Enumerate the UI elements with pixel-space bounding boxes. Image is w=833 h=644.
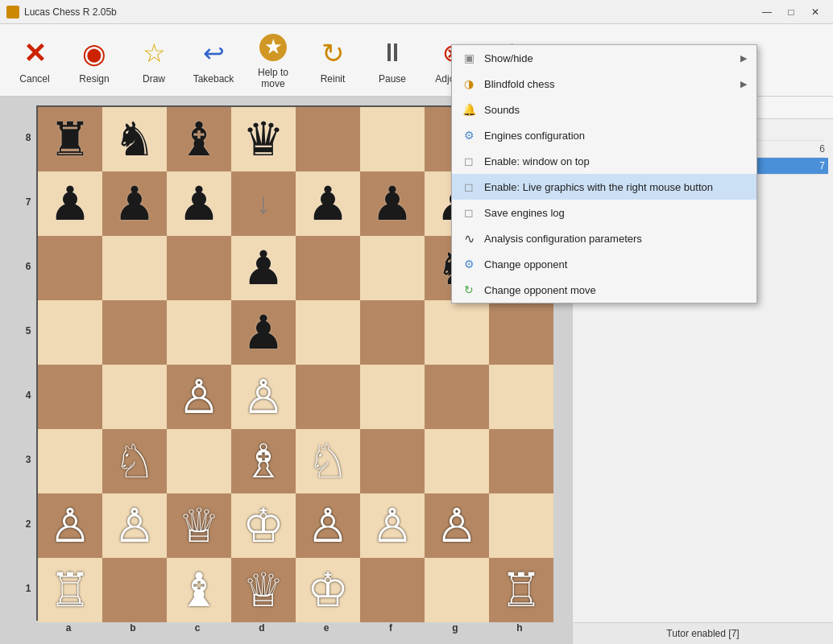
cancel-button[interactable]: ✕ Cancel	[6, 28, 63, 93]
piece-d3: ♗	[242, 438, 284, 485]
analysis-label: Analysis configuration parameters	[484, 233, 747, 245]
square-d2[interactable]: ♔	[231, 493, 296, 558]
square-f2[interactable]: ♙	[360, 493, 425, 558]
square-e2[interactable]: ♙	[296, 493, 360, 558]
square-g2[interactable]: ♙	[425, 493, 489, 558]
menu-analysis[interactable]: ∿ Analysis configuration parameters	[452, 225, 756, 251]
pause-button[interactable]: ⏸ Pause	[364, 28, 421, 93]
square-a8[interactable]: ♜	[38, 107, 102, 171]
close-button[interactable]: ✕	[804, 3, 827, 21]
square-d3[interactable]: ♗	[231, 429, 296, 493]
reinit-button[interactable]: ↻ Reinit	[305, 28, 361, 93]
square-e4[interactable]	[296, 365, 360, 429]
square-a1[interactable]: ♖	[38, 558, 102, 622]
title-left: Lucas Chess R 2.05b	[6, 6, 117, 19]
square-b8[interactable]: ♞	[102, 107, 167, 171]
square-c8[interactable]: ♝	[167, 107, 231, 171]
square-a5[interactable]	[38, 300, 102, 365]
square-d1[interactable]: ♕	[231, 558, 296, 622]
piece-f2: ♙	[371, 502, 413, 549]
square-h1[interactable]: ♖	[489, 558, 553, 622]
square-g4[interactable]	[425, 365, 489, 429]
square-c7[interactable]: ♟	[167, 171, 231, 236]
square-f6[interactable]	[360, 236, 425, 300]
menu-engines-config[interactable]: ⚙ Engines configuration	[452, 122, 756, 148]
square-d7[interactable]: ↓	[231, 171, 296, 236]
resign-button[interactable]: ◉ Resign	[66, 28, 122, 93]
square-c1[interactable]: ♝	[167, 558, 231, 622]
square-b7[interactable]: ♟	[102, 171, 167, 236]
square-c3[interactable]	[167, 429, 231, 493]
square-a2[interactable]: ♙	[38, 493, 102, 558]
square-a4[interactable]	[38, 365, 102, 429]
piece-c2: ♕	[178, 502, 220, 549]
square-b5[interactable]	[102, 300, 167, 365]
menu-change-opp[interactable]: ⚙ Change opponent	[452, 251, 756, 277]
square-c2[interactable]: ♕	[167, 493, 231, 558]
square-g5[interactable]	[425, 300, 489, 365]
square-f5[interactable]	[360, 300, 425, 365]
square-f8[interactable]	[360, 107, 425, 171]
square-a6[interactable]	[38, 236, 102, 300]
tutor-bar: Tutor enabled [7]	[573, 622, 833, 644]
takeback-icon: ↩	[197, 36, 230, 70]
file-g: g	[423, 621, 487, 635]
save-log-icon: ◻	[462, 205, 476, 220]
menu-blindfold[interactable]: ◑ Blindfold chess ▶	[452, 71, 756, 97]
square-h4[interactable]	[489, 365, 553, 429]
piece-c4: ♙	[178, 374, 220, 420]
svg-text:★: ★	[265, 37, 282, 57]
help-label: Help to move	[248, 67, 298, 89]
square-b3[interactable]: ♘	[102, 429, 167, 493]
menu-enable-live[interactable]: ◻ Enable: Live graphics with the right m…	[452, 174, 756, 200]
square-f3[interactable]	[360, 429, 425, 493]
menu-change-opp-move[interactable]: ↻ Change opponent move	[452, 277, 756, 303]
piece-a1: ♖	[49, 567, 91, 613]
square-a7[interactable]: ♟	[38, 171, 102, 236]
square-h2[interactable]	[489, 493, 553, 558]
square-d4[interactable]: ♙	[231, 365, 296, 429]
square-d8[interactable]: ♛	[231, 107, 296, 171]
square-e8[interactable]	[296, 107, 360, 171]
piece-e7: ♟	[307, 180, 349, 227]
draw-button[interactable]: ☆ Draw	[126, 28, 182, 93]
square-c4[interactable]: ♙	[167, 365, 231, 429]
rank-labels: 8 7 6 5 4 3 2 1	[20, 105, 36, 621]
menu-show-hide[interactable]: ▣ Show/hide ▶	[452, 45, 756, 71]
square-h3[interactable]	[489, 429, 553, 493]
square-b6[interactable]	[102, 236, 167, 300]
square-g3[interactable]	[425, 429, 489, 493]
piece-h1: ♖	[500, 567, 542, 613]
square-f7[interactable]: ♟	[360, 171, 425, 236]
square-b2[interactable]: ♙	[102, 493, 167, 558]
square-c6[interactable]	[167, 236, 231, 300]
reinit-label: Reinit	[321, 73, 346, 85]
square-f4[interactable]	[360, 365, 425, 429]
square-d5[interactable]: ♟	[231, 300, 296, 365]
takeback-button[interactable]: ↩ Takeback	[185, 28, 242, 93]
square-a3[interactable]	[38, 429, 102, 493]
help-button[interactable]: ★ Help to move	[245, 28, 301, 93]
context-menu: ▣ Show/hide ▶ ◑ Blindfold chess ▶ 🔔 Soun…	[451, 44, 757, 303]
menu-save-log[interactable]: ◻ Save engines log	[452, 200, 756, 225]
square-d6[interactable]: ♟	[231, 236, 296, 300]
square-f1[interactable]	[360, 558, 425, 622]
square-g1[interactable]	[425, 558, 489, 622]
square-b1[interactable]	[102, 558, 167, 622]
file-c: c	[165, 621, 230, 635]
save-log-label: Save engines log	[484, 207, 747, 219]
square-h5[interactable]	[489, 300, 553, 365]
square-e5[interactable]	[296, 300, 360, 365]
square-e7[interactable]: ♟	[296, 171, 360, 236]
rank-5: 5	[20, 299, 36, 363]
square-e1[interactable]: ♔	[296, 558, 360, 622]
menu-sounds[interactable]: 🔔 Sounds	[452, 97, 756, 122]
minimize-button[interactable]: —	[756, 3, 778, 21]
piece-g2: ♙	[436, 502, 478, 549]
menu-enable-window[interactable]: ◻ Enable: window on top	[452, 148, 756, 174]
maximize-button[interactable]: □	[780, 3, 802, 21]
square-b4[interactable]	[102, 365, 167, 429]
square-c5[interactable]	[167, 300, 231, 365]
square-e3[interactable]: ♘	[296, 429, 360, 493]
square-e6[interactable]	[296, 236, 360, 300]
